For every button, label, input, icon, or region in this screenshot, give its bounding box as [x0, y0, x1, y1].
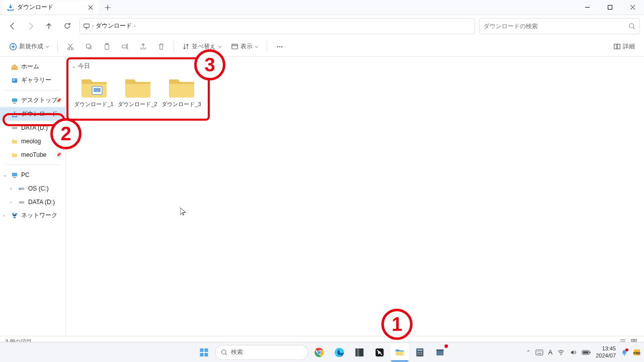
svg-text:PRE: PRE — [633, 351, 641, 355]
taskbar-chrome[interactable] — [310, 343, 329, 361]
cursor-icon — [180, 208, 186, 216]
svg-point-59 — [560, 354, 561, 355]
sidebar-label: ホーム — [21, 62, 39, 71]
svg-rect-27 — [14, 216, 16, 218]
tray-clock[interactable]: 13:45 2024/07 — [596, 345, 616, 358]
sidebar-meolog[interactable]: meolog 📌 — [0, 134, 65, 148]
tray-chevron-icon[interactable]: ⌃ — [526, 349, 530, 355]
folder-name: ダウンロード_1 — [74, 101, 113, 108]
tab-close-button[interactable] — [87, 4, 95, 12]
svg-point-43 — [318, 351, 320, 353]
svg-point-55 — [421, 353, 422, 354]
share-button[interactable] — [134, 39, 151, 55]
svg-rect-24 — [19, 201, 25, 203]
sidebar-network[interactable]: › ネットワーク — [0, 209, 65, 222]
tray-volume-icon[interactable] — [570, 349, 577, 356]
pin-icon: 📌 — [56, 98, 61, 103]
view-label: 表示 — [240, 42, 253, 51]
content-area[interactable]: ⌄ 今日 ダウンロード_1 ダウンロード_2 ダウンロード_3 — [66, 57, 644, 336]
forward-button[interactable] — [22, 18, 39, 34]
details-button[interactable]: 詳細 — [609, 39, 639, 55]
back-button[interactable] — [4, 18, 21, 34]
sidebar-gallery[interactable]: ギャラリー — [0, 73, 65, 87]
search-input[interactable] — [484, 23, 624, 30]
svg-rect-34 — [200, 348, 204, 352]
chevron-right-icon[interactable]: › — [10, 186, 12, 191]
breadcrumb[interactable]: › ダウンロード › — [79, 18, 475, 34]
rename-button[interactable] — [116, 39, 133, 55]
chevron-right-icon[interactable]: › — [10, 200, 12, 205]
sidebar-os-c[interactable]: › OS (C:) — [0, 182, 65, 195]
view-button[interactable]: 表示 — [227, 39, 263, 55]
chevron-down-icon[interactable]: ⌄ — [3, 172, 7, 177]
sidebar-home[interactable]: ホーム — [0, 60, 65, 73]
tray-keyboard-icon[interactable] — [535, 349, 543, 355]
group-today[interactable]: ⌄ 今日 — [72, 62, 638, 70]
folder-item[interactable]: ダウンロード_2 — [116, 72, 159, 111]
tray-notification-icon[interactable] — [621, 349, 628, 356]
maximize-button[interactable] — [599, 0, 621, 15]
sidebar-pc[interactable]: ⌄ PC — [0, 168, 65, 182]
sidebar-data-d2[interactable]: › DATA (D:) — [0, 195, 65, 209]
chevron-right-icon[interactable]: › — [3, 213, 5, 218]
network-icon — [11, 212, 18, 219]
search-box[interactable] — [479, 18, 640, 34]
delete-button[interactable] — [152, 39, 170, 55]
more-button[interactable] — [271, 39, 288, 55]
folder-name: ダウンロード_2 — [118, 101, 157, 108]
svg-point-12 — [279, 46, 280, 47]
paste-button[interactable] — [98, 39, 115, 55]
svg-rect-29 — [94, 88, 101, 92]
svg-point-63 — [624, 354, 625, 355]
sidebar-desktop[interactable]: デスクトップ 📌 — [0, 94, 65, 107]
copy-button[interactable] — [80, 39, 97, 55]
navbar: › ダウンロード › — [0, 15, 644, 37]
svg-rect-18 — [12, 98, 18, 102]
new-button[interactable]: 新規作成 — [5, 39, 53, 55]
tray-ime[interactable]: A — [548, 348, 553, 356]
svg-rect-26 — [15, 213, 17, 215]
taskbar-calculator[interactable] — [411, 343, 429, 361]
taskbar-app2[interactable] — [371, 343, 389, 361]
sidebar-meotube[interactable]: meoTube 📌 — [0, 148, 65, 161]
svg-point-17 — [13, 79, 15, 80]
tray-date: 2024/07 — [596, 352, 616, 359]
sidebar-label: meoTube — [21, 151, 46, 158]
close-button[interactable] — [621, 0, 644, 15]
sidebar-data-d[interactable]: DATA (D:) — [0, 121, 65, 134]
folder-item[interactable]: ダウンロード_3 — [159, 72, 203, 111]
home-icon — [11, 63, 18, 70]
svg-rect-7 — [105, 44, 109, 49]
svg-rect-10 — [232, 44, 237, 49]
svg-rect-45 — [356, 348, 364, 356]
folder-icon — [168, 75, 196, 99]
start-button[interactable] — [195, 343, 213, 361]
drive-icon — [11, 124, 18, 131]
svg-rect-9 — [122, 45, 126, 48]
drive-icon — [18, 185, 25, 192]
up-button[interactable] — [40, 18, 57, 34]
tab-title: ダウンロード — [17, 3, 53, 12]
svg-rect-37 — [205, 353, 208, 356]
taskbar-app3[interactable] — [431, 343, 449, 361]
taskbar-edge[interactable] — [331, 343, 349, 361]
tray-app-icon[interactable]: PRE — [633, 348, 641, 356]
taskbar-search[interactable]: 検索 — [215, 345, 308, 360]
tray-battery-icon[interactable] — [582, 350, 591, 355]
sort-button[interactable]: 並べ替え — [178, 39, 226, 55]
taskbar: 検索 ⌃ A 13:45 2024/07 PRE — [0, 342, 644, 362]
folder-item[interactable]: ダウンロード_1 — [72, 72, 116, 111]
taskbar-explorer[interactable] — [391, 343, 409, 361]
view-icon — [231, 43, 238, 50]
minimize-button[interactable] — [576, 0, 599, 15]
new-tab-button[interactable] — [101, 1, 115, 15]
refresh-button[interactable] — [58, 18, 75, 34]
tray-wifi-icon[interactable] — [557, 349, 565, 356]
svg-rect-30 — [631, 339, 633, 341]
sort-icon — [182, 43, 190, 50]
tab-downloads[interactable]: ダウンロード — [3, 1, 99, 15]
breadcrumb-current[interactable]: ダウンロード — [96, 22, 132, 30]
taskbar-app1[interactable] — [351, 343, 369, 361]
sidebar-downloads[interactable]: ダウンロード — [0, 107, 65, 121]
cut-button[interactable] — [62, 39, 79, 55]
